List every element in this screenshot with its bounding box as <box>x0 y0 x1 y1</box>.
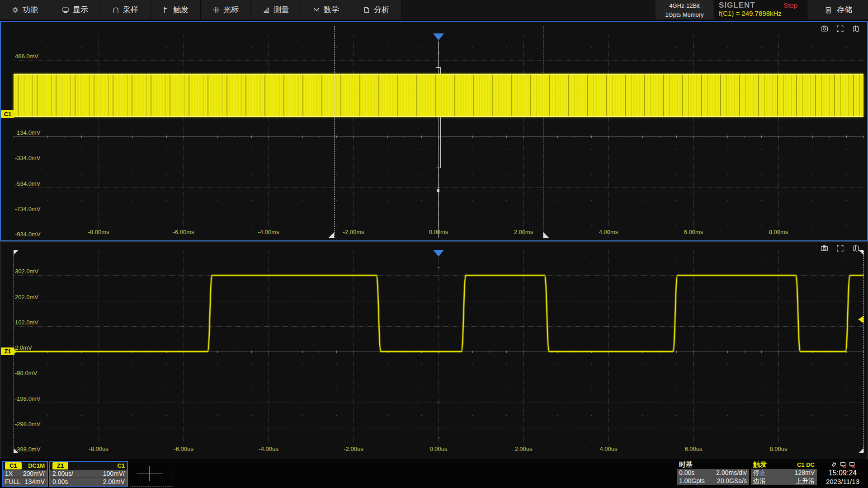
center-axis-tick <box>184 351 184 353</box>
voltage-tick-label: 302.0mV <box>15 268 38 275</box>
menu-item[interactable]: 采样 <box>100 0 151 19</box>
c1-channel-badge[interactable]: C1 <box>1 110 14 118</box>
center-axis-tick <box>642 136 643 138</box>
voltage-tick-label: -98.0mV <box>15 370 37 376</box>
z1-box-badge: Z1 <box>52 462 68 469</box>
menu-item[interactable]: 测量 <box>251 0 301 19</box>
page-flip-icon[interactable] <box>851 23 861 33</box>
z1-channel-badge[interactable]: Z1 <box>1 347 14 355</box>
center-axis-tick <box>438 352 440 352</box>
acquire-icon <box>112 6 119 14</box>
center-axis-tick <box>269 351 269 353</box>
voltage-tick-label: -534.0mV <box>15 180 40 187</box>
menu-item[interactable]: 显示 <box>50 0 100 19</box>
trigger-position-marker[interactable] <box>433 33 444 40</box>
menu-item-label: 触发 <box>173 5 189 15</box>
z1-descriptor-box[interactable]: Z1 C1 2.00us/ 100mV/ 0.00s 2.00mV <box>49 461 128 487</box>
measure-ruler-icon <box>263 6 270 14</box>
center-axis-tick <box>438 318 440 318</box>
time-tick-label: 2.00us <box>505 446 542 452</box>
menu-item-label: 光标 <box>223 5 239 15</box>
camera-icon[interactable] <box>819 23 829 33</box>
center-axis-tick <box>846 351 847 353</box>
zoom-region-handle[interactable] <box>328 232 334 238</box>
trigger-box[interactable]: 触发 C1 DC 停止 128mV 边沿 上升沿 <box>751 461 817 487</box>
menu-items: 功能显示采样触发光标测量数学分析 <box>0 0 401 20</box>
center-axis-tick <box>387 136 388 138</box>
center-axis-tick <box>201 351 201 353</box>
center-axis-tick <box>472 136 473 138</box>
menu-item[interactable]: 分析 <box>351 0 401 19</box>
usb-icon <box>830 461 837 468</box>
voltage-tick-label: 102.0mV <box>15 319 38 326</box>
trigger-title: 触发 <box>753 460 767 469</box>
center-axis-tick <box>660 136 660 138</box>
time-tick-label: 2.00ms <box>505 229 542 235</box>
center-axis-tick <box>371 351 371 353</box>
center-axis-tick <box>387 351 388 353</box>
z1-scale: 100mV/ <box>103 470 125 478</box>
voltage-tick-label: -334.0mV <box>15 155 40 161</box>
zoom-waveform-pane[interactable] <box>0 241 868 460</box>
zoom-region-handle[interactable] <box>543 232 549 238</box>
voltage-tick-label: -734.0mV <box>15 206 40 212</box>
voltage-tick-label: 466.0mV <box>15 53 38 60</box>
timebase-sample-rate: 20.0GSa/s <box>717 477 747 485</box>
timebase-box[interactable]: 时基 0.00s 2.00ms/div 1.00Gpts 20.0GSa/s <box>677 461 749 487</box>
storage-button[interactable]: 存储 <box>808 0 868 19</box>
center-axis-tick <box>421 136 422 138</box>
fullscreen-icon[interactable] <box>835 23 845 33</box>
page-flip-icon[interactable] <box>851 243 861 253</box>
center-axis-tick <box>47 351 48 353</box>
trigger-line-handle[interactable] <box>437 189 439 192</box>
timebase-points: 1.00Gpts <box>679 477 705 485</box>
center-axis-tick <box>609 351 609 353</box>
center-axis-tick <box>217 136 218 138</box>
center-axis-tick <box>796 136 796 138</box>
grid-minor-ticks <box>14 263 863 263</box>
center-axis-tick <box>490 136 490 138</box>
main-waveform-pane[interactable] <box>0 21 868 241</box>
menu-item[interactable]: 功能 <box>0 0 50 19</box>
center-axis-tick <box>217 351 218 353</box>
analysis-doc-icon <box>363 6 370 14</box>
trigger-position-marker[interactable] <box>433 250 444 257</box>
menu-item[interactable]: 数学 <box>301 0 351 19</box>
menu-item-label: 数学 <box>324 5 339 15</box>
acquisition-status[interactable]: Stop <box>783 1 804 10</box>
zoom-frame-corner <box>14 448 19 453</box>
center-axis-tick <box>421 351 422 353</box>
status-bar: C1 DC1M 1X 200mV/ FULL 134mV Z1 C1 2.00u… <box>0 459 868 488</box>
center-axis-tick <box>438 369 440 369</box>
center-axis-tick <box>65 351 65 353</box>
c1-descriptor-box[interactable]: C1 DC1M 1X 200mV/ FULL 134mV <box>2 461 48 487</box>
zoom-region-boundary[interactable] <box>334 26 335 238</box>
menu-item[interactable]: 光标 <box>201 0 251 19</box>
memory-label: 1Gpts Memory <box>656 10 713 19</box>
center-axis-tick <box>541 351 541 353</box>
gridline-h <box>14 428 863 428</box>
center-axis-tick <box>506 351 507 353</box>
trigger-level: 128mV <box>795 469 815 477</box>
gridline-h <box>14 213 863 213</box>
center-axis-tick <box>761 351 762 353</box>
z1-timebase: 2.00us/ <box>52 470 73 478</box>
voltage-tick-label: 202.0mV <box>15 294 38 300</box>
center-axis-tick <box>438 267 440 267</box>
center-axis-tick <box>761 136 762 138</box>
camera-icon[interactable] <box>819 243 829 253</box>
center-axis-tick <box>14 136 14 138</box>
zoom-region-boundary[interactable] <box>543 26 543 238</box>
center-axis-tick <box>524 136 524 138</box>
hardware-info: 4GHz-12Bit 1Gpts Memory <box>656 0 713 19</box>
grid-minor-ticks <box>14 288 863 288</box>
center-axis-tick <box>456 351 456 353</box>
voltage-tick-label: -198.0mV <box>15 395 40 402</box>
trigger-level-marker[interactable] <box>858 316 863 323</box>
fullscreen-icon[interactable] <box>835 243 845 253</box>
center-axis-tick <box>302 136 303 138</box>
center-axis-tick <box>336 351 337 353</box>
menu-item[interactable]: 触发 <box>151 0 201 19</box>
center-axis-tick <box>336 136 337 138</box>
center-axis-tick <box>286 351 286 353</box>
